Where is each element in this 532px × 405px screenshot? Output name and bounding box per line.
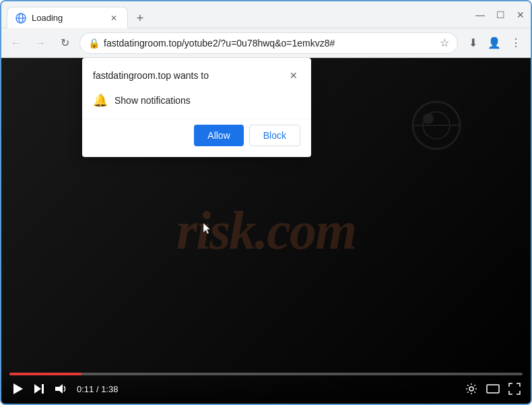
- address-bar: ← → ↻ 🔒 fastdatingroom.top/yotube2/?u=0u…: [1, 28, 531, 58]
- active-tab[interactable]: Loading ✕: [7, 7, 128, 28]
- bookmark-star-icon[interactable]: ☆: [440, 36, 449, 49]
- svg-marker-7: [13, 383, 23, 394]
- popup-title: fastdatingroom.top wants to: [93, 70, 209, 81]
- tab-title: Loading: [32, 13, 103, 23]
- popup-close-button[interactable]: ✕: [287, 69, 300, 82]
- popup-notification-text: Show notifications: [114, 95, 191, 106]
- browser-window: Loading ✕ + — ☐ ✕ ← → ↻ 🔒 fastdatingroom…: [0, 0, 532, 405]
- close-button[interactable]: ✕: [516, 10, 525, 20]
- volume-button[interactable]: [53, 381, 69, 397]
- popup-buttons: Allow Block: [82, 119, 311, 157]
- lock-icon: 🔒: [88, 38, 100, 49]
- fullscreen-button[interactable]: [506, 381, 523, 397]
- notification-popup: fastdatingroom.top wants to ✕ 🔔 Show not…: [82, 58, 311, 157]
- forward-button[interactable]: →: [31, 34, 50, 53]
- progress-bar[interactable]: [9, 373, 523, 375]
- block-button[interactable]: Block: [249, 125, 300, 146]
- settings-button[interactable]: [463, 381, 479, 397]
- address-right-icons: ⬇ 👤 ⋮: [463, 34, 525, 53]
- svg-marker-8: [34, 384, 41, 394]
- svg-point-11: [469, 387, 473, 391]
- time-display: 0:11 / 1:38: [77, 384, 118, 394]
- page-content: risk.com fastdatingroom.top wants to ✕ 🔔…: [1, 58, 531, 404]
- popup-header: fastdatingroom.top wants to ✕: [82, 58, 311, 88]
- tab-close-button[interactable]: ✕: [108, 13, 119, 24]
- new-tab-button[interactable]: +: [131, 9, 149, 28]
- allow-button[interactable]: Allow: [194, 125, 243, 146]
- minimize-button[interactable]: —: [475, 10, 485, 20]
- svg-rect-9: [42, 384, 44, 394]
- popup-notification-row: 🔔 Show notifications: [82, 88, 311, 119]
- maximize-button[interactable]: ☐: [496, 10, 505, 20]
- url-bar[interactable]: 🔒 fastdatingroom.top/yotube2/?u=0u78hwq&…: [79, 32, 458, 54]
- svg-point-6: [423, 113, 434, 124]
- title-bar: Loading ✕ + — ☐ ✕: [1, 1, 531, 28]
- bell-icon: 🔔: [93, 93, 108, 108]
- play-button[interactable]: [9, 381, 26, 397]
- menu-button[interactable]: ⋮: [506, 34, 525, 53]
- profile-button[interactable]: 👤: [485, 34, 504, 53]
- download-button[interactable]: ⬇: [463, 34, 482, 53]
- video-controls: 0:11 / 1:38: [1, 367, 531, 404]
- svg-marker-10: [55, 384, 63, 394]
- progress-bar-fill: [9, 373, 81, 375]
- controls-row: 0:11 / 1:38: [9, 381, 523, 397]
- mouse-cursor: [203, 223, 211, 235]
- tab-area: Loading ✕ +: [7, 1, 470, 28]
- svg-rect-12: [487, 385, 499, 393]
- logo-watermark: [409, 98, 463, 155]
- tab-favicon: [15, 13, 26, 24]
- url-text: fastdatingroom.top/yotube2/?u=0u78hwq&o=…: [104, 38, 436, 49]
- theater-mode-button[interactable]: [485, 381, 501, 397]
- reload-button[interactable]: ↻: [55, 34, 74, 53]
- controls-right: [463, 381, 523, 397]
- next-button[interactable]: [31, 381, 47, 397]
- back-button[interactable]: ←: [7, 34, 26, 53]
- window-controls: — ☐ ✕: [475, 10, 525, 20]
